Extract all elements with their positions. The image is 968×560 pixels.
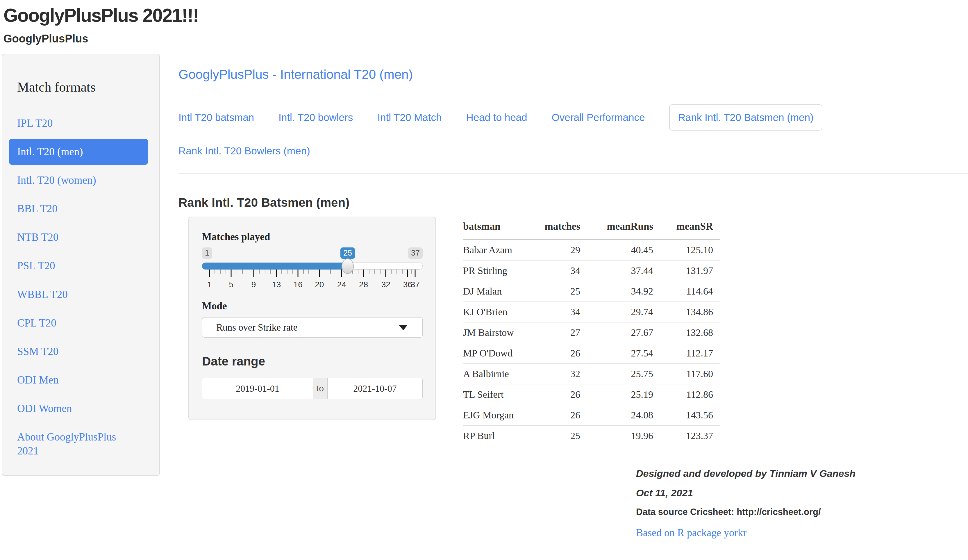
table-row: TL Seifert2625.19112.86 xyxy=(463,384,720,405)
tab-intl-t20-match[interactable]: Intl T20 Match xyxy=(377,112,442,123)
tab-rank-intl-t20-batsmen-men[interactable]: Rank Intl. T20 Batsmen (men) xyxy=(669,104,822,131)
slider-track[interactable] xyxy=(202,263,423,270)
minor-tick xyxy=(411,270,412,273)
stat-cell: 26 xyxy=(533,384,580,405)
main-panel: GooglyPlusPlus - International T20 (men)… xyxy=(179,54,968,539)
tab-overall-performance[interactable]: Overall Performance xyxy=(552,112,645,123)
minor-tick xyxy=(402,270,403,273)
footer-credit: Designed and developed by Tinniam V Gane… xyxy=(636,468,968,479)
date-range-picker: to xyxy=(202,378,423,399)
minor-tick xyxy=(396,270,397,273)
table-row: Babar Azam2940.45125.10 xyxy=(463,240,720,260)
footer-date: Oct 11, 2021 xyxy=(636,487,968,499)
stat-cell: 25.75 xyxy=(580,363,653,384)
stat-cell: 125.10 xyxy=(653,240,720,260)
table-row: A Balbirnie3225.75117.60 xyxy=(463,363,720,384)
sidebar-item-intl-t20-women[interactable]: Intl. T20 (women) xyxy=(17,173,129,187)
table-row: KJ O'Brien3429.74134.86 xyxy=(463,302,720,322)
tab-rank-intl-t20-bowlers-men[interactable]: Rank Intl. T20 Bowlers (men) xyxy=(179,145,310,157)
minor-tick xyxy=(225,270,226,273)
sidebar-item-ipl-t20[interactable]: IPL T20 xyxy=(17,116,129,130)
batsman-name-cell: TL Seifert xyxy=(463,384,533,405)
slider-tick-labels: 1591316202428323637 xyxy=(202,280,423,290)
sidebar-item-wbbl-t20[interactable]: WBBL T20 xyxy=(17,288,129,302)
sidebar-item-bbl-t20[interactable]: BBL T20 xyxy=(17,202,129,216)
date-to-input[interactable] xyxy=(328,378,423,399)
major-tick xyxy=(407,270,408,277)
major-tick xyxy=(276,270,277,277)
minor-tick xyxy=(303,270,304,273)
major-tick xyxy=(363,270,364,277)
stat-cell: 25 xyxy=(533,281,580,302)
stat-cell: 26 xyxy=(533,405,580,426)
major-tick xyxy=(385,270,386,277)
batsman-name-cell: DJ Malan xyxy=(463,281,533,302)
mode-label: Mode xyxy=(202,300,423,312)
footer: Designed and developed by Tinniam V Gane… xyxy=(636,468,968,539)
stat-cell: 32 xyxy=(533,363,580,384)
tab-intl-t20-batsman[interactable]: Intl T20 batsman xyxy=(179,112,254,123)
tick-label-24: 24 xyxy=(337,280,346,289)
sidebar-item-ssm-t20[interactable]: SSM T20 xyxy=(17,345,129,358)
slider-label: Matches played xyxy=(202,231,423,243)
tab-head-to-head[interactable]: Head to head xyxy=(466,112,527,123)
column-header-meansr: meanSR xyxy=(653,217,720,240)
slider-ticks xyxy=(202,270,423,278)
batsman-name-cell: RP Burl xyxy=(463,426,533,446)
slider-handle[interactable] xyxy=(341,258,354,274)
minor-tick xyxy=(282,270,282,273)
minor-tick xyxy=(336,270,336,273)
stat-cell: 132.68 xyxy=(653,322,720,343)
minor-tick xyxy=(259,270,260,273)
slider-value-badge: 25 xyxy=(340,247,355,259)
stat-cell: 34 xyxy=(533,260,580,281)
batsman-name-cell: A Balbirnie xyxy=(463,363,533,384)
tab-intl-t20-bowlers[interactable]: Intl. T20 bowlers xyxy=(278,112,353,123)
column-header-matches: matches xyxy=(533,217,580,240)
table-row: JM Bairstow2727.67132.68 xyxy=(463,322,720,343)
stat-cell: 27.67 xyxy=(580,322,653,343)
sidebar-item-odi-women[interactable]: ODI Women xyxy=(17,401,129,416)
app-header: GooglyPlusPlus 2021!!! GooglyPlusPlus xyxy=(0,0,968,45)
mode-select-value: Runs over Strike rate xyxy=(216,322,298,333)
date-from-input[interactable] xyxy=(202,378,313,399)
sidebar-item-intl-t20-men[interactable]: Intl. T20 (men) xyxy=(9,139,148,165)
sidebar-item-ntb-t20[interactable]: NTB T20 xyxy=(17,230,129,244)
batsman-name-cell: JM Bairstow xyxy=(463,322,533,343)
footer-yorkr-link[interactable]: Based on R package yorkr xyxy=(636,527,746,539)
slider-track-fill xyxy=(202,263,348,270)
minor-tick xyxy=(308,270,309,273)
tick-label-20: 20 xyxy=(315,280,324,289)
sidebar-item-odi-men[interactable]: ODI Men xyxy=(17,373,129,387)
tabs-row-1: Intl T20 batsmanIntl. T20 bowlersIntl T2… xyxy=(179,104,968,131)
stat-cell: 25.19 xyxy=(580,384,653,405)
batsman-name-cell: PR Stirling xyxy=(463,260,533,281)
stat-cell: 37.44 xyxy=(580,260,653,281)
stat-cell: 117.60 xyxy=(653,363,720,384)
sidebar-item-psl-t20[interactable]: PSL T20 xyxy=(17,259,129,273)
sidebar: Match formats IPL T20Intl. T20 (men)Intl… xyxy=(2,54,160,476)
batsmen-rank-table: batsmanmatchesmeanRunsmeanSR Babar Azam2… xyxy=(463,217,720,446)
minor-tick xyxy=(237,270,237,273)
tick-label-5: 5 xyxy=(229,280,234,289)
sidebar-item-about-googlyplusplus-2021[interactable]: About GooglyPlusPlus 2021 xyxy=(17,430,129,458)
panel-title: GooglyPlusPlus - International T20 (men) xyxy=(179,67,968,82)
table-row: MP O'Dowd2627.54112.17 xyxy=(463,343,720,363)
major-tick xyxy=(231,270,232,277)
major-tick xyxy=(415,270,416,277)
mode-select[interactable]: Runs over Strike rate xyxy=(202,317,423,338)
sidebar-nav: IPL T20Intl. T20 (men)Intl. T20 (women)B… xyxy=(17,116,146,458)
minor-tick xyxy=(287,270,287,273)
minor-tick xyxy=(220,270,220,273)
table-row: DJ Malan2534.92114.64 xyxy=(463,281,720,302)
minor-tick xyxy=(391,270,391,273)
minor-tick xyxy=(325,270,325,273)
app-title: GooglyPlusPlus 2021!!! xyxy=(3,5,968,26)
batsman-name-cell: MP O'Dowd xyxy=(463,343,533,363)
table-row: EJG Morgan2624.08143.56 xyxy=(463,405,720,426)
minor-tick xyxy=(369,270,370,273)
minor-tick xyxy=(358,270,358,273)
batsman-name-cell: EJG Morgan xyxy=(463,405,533,426)
stat-cell: 114.64 xyxy=(653,281,720,302)
sidebar-item-cpl-t20[interactable]: CPL T20 xyxy=(17,316,129,330)
